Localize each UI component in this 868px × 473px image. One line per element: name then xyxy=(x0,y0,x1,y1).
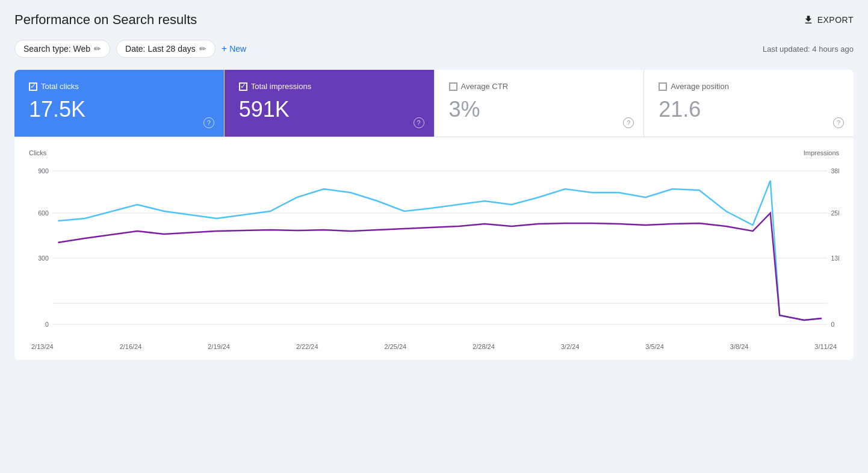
impressions-value: 591K xyxy=(239,97,420,122)
svg-text:0: 0 xyxy=(45,321,49,328)
svg-text:38K: 38K xyxy=(831,167,839,175)
ctr-help-icon[interactable]: ? xyxy=(623,117,634,128)
position-value: 21.6 xyxy=(659,97,839,122)
performance-chart: 900 600 300 0 38K 25K 13K 0 xyxy=(29,159,839,339)
average-ctr-tile[interactable]: Average CTR 3% ? xyxy=(434,70,644,137)
position-label: Average position xyxy=(671,82,729,91)
average-position-tile[interactable]: Average position 21.6 ? xyxy=(643,70,854,137)
svg-text:600: 600 xyxy=(38,209,49,217)
svg-text:900: 900 xyxy=(38,167,49,175)
metrics-row: Total clicks 17.5K ? Total impressions 5… xyxy=(14,70,854,137)
x-label-2: 2/19/24 xyxy=(208,343,230,350)
impressions-label: Total impressions xyxy=(251,82,311,91)
filter-bar: Search type: Web ✏ Date: Last 28 days ✏ … xyxy=(14,40,854,58)
svg-text:25K: 25K xyxy=(831,209,839,217)
left-axis-label: Clicks xyxy=(29,149,46,156)
svg-text:0: 0 xyxy=(831,321,834,328)
x-label-4: 2/25/24 xyxy=(385,343,407,350)
chart-wrapper: 900 600 300 0 38K 25K 13K 0 xyxy=(29,159,839,339)
x-label-6: 3/2/24 xyxy=(561,343,580,350)
search-type-filter[interactable]: Search type: Web ✏ xyxy=(14,40,110,58)
x-label-8: 3/8/24 xyxy=(730,343,749,350)
svg-text:300: 300 xyxy=(38,255,49,262)
total-clicks-tile[interactable]: Total clicks 17.5K ? xyxy=(14,70,224,137)
clicks-value: 17.5K xyxy=(29,97,209,122)
x-label-3: 2/22/24 xyxy=(296,343,318,350)
clicks-checkbox[interactable] xyxy=(29,82,37,91)
clicks-label: Total clicks xyxy=(41,82,79,91)
export-button[interactable]: EXPORT xyxy=(803,14,854,25)
x-label-1: 2/16/24 xyxy=(120,343,142,350)
right-axis-label: Impressions xyxy=(804,149,839,156)
x-label-7: 3/5/24 xyxy=(645,343,664,350)
position-checkbox[interactable] xyxy=(659,82,667,91)
position-help-icon[interactable]: ? xyxy=(833,117,844,128)
impressions-checkbox[interactable] xyxy=(239,82,247,91)
performance-card: Total clicks 17.5K ? Total impressions 5… xyxy=(14,70,854,360)
ctr-value: 3% xyxy=(449,97,630,122)
impressions-help-icon[interactable]: ? xyxy=(414,117,424,128)
page-title: Performance on Search results xyxy=(14,12,197,28)
download-icon xyxy=(803,14,814,25)
x-axis-labels: 2/13/24 2/16/24 2/19/24 2/22/24 2/25/24 … xyxy=(29,343,839,350)
svg-text:13K: 13K xyxy=(831,255,839,262)
ctr-label: Average CTR xyxy=(461,82,509,91)
new-filter-button[interactable]: + New xyxy=(222,43,246,54)
plus-icon: + xyxy=(222,43,227,54)
chart-area: Clicks Impressions 900 600 300 0 xyxy=(14,137,854,360)
x-label-0: 2/13/24 xyxy=(31,343,54,350)
edit-icon: ✏ xyxy=(94,44,101,54)
edit-icon: ✏ xyxy=(199,44,206,54)
total-impressions-tile[interactable]: Total impressions 591K ? xyxy=(224,70,434,137)
ctr-checkbox[interactable] xyxy=(449,82,457,91)
x-label-9: 3/11/24 xyxy=(814,343,837,350)
date-filter[interactable]: Date: Last 28 days ✏ xyxy=(116,40,215,58)
last-updated-text: Last updated: 4 hours ago xyxy=(763,45,854,54)
clicks-help-icon[interactable]: ? xyxy=(203,117,214,128)
x-label-5: 2/28/24 xyxy=(473,343,495,350)
